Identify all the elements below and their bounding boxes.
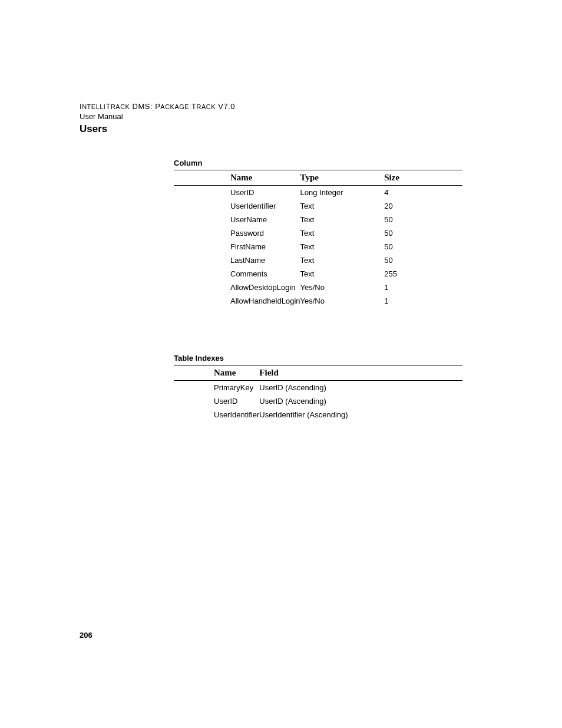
cell-name: UserID <box>174 186 300 200</box>
cell-type: Text <box>300 240 385 253</box>
cell-type: Text <box>300 199 385 213</box>
table-row: UserIdentifierText20 <box>174 199 462 213</box>
index-section-label: Table Indexes <box>174 354 482 363</box>
cell-name: UserName <box>174 213 300 226</box>
table-row: LastNameText50 <box>174 253 462 267</box>
cell-index-field: UserIdentifier (Ascending) <box>259 408 462 421</box>
column-section-label: Column <box>174 159 482 167</box>
cell-name: UserIdentifier <box>174 199 300 213</box>
cell-type: Text <box>300 213 385 226</box>
cell-type: Yes/No <box>300 294 385 308</box>
cell-type: Text <box>300 267 385 281</box>
cell-index-name: PrimaryKey <box>174 381 259 395</box>
cell-size: 1 <box>384 281 462 294</box>
cell-name: AllowHandheldLogin <box>174 294 300 308</box>
cell-index-name: UserIdentifier <box>174 408 259 421</box>
cell-name: FirstName <box>174 240 300 253</box>
cell-type: Text <box>300 253 385 267</box>
cell-index-name: UserID <box>174 394 259 408</box>
cell-name: LastName <box>174 253 300 267</box>
table-row: PrimaryKeyUserID (Ascending) <box>174 381 462 395</box>
cell-size: 50 <box>384 213 462 226</box>
table-row: UserIdentifierUserIdentifier (Ascending) <box>174 408 462 421</box>
cell-type: Long Integer <box>300 186 385 200</box>
table-row: UserIDUserID (Ascending) <box>174 394 462 408</box>
table-row: AllowHandheldLoginYes/No1 <box>174 294 462 308</box>
cell-size: 50 <box>384 253 462 267</box>
cell-name: AllowDesktopLogin <box>174 281 300 294</box>
table-row: FirstNameText50 <box>174 240 462 253</box>
table-row: AllowDesktopLoginYes/No1 <box>174 281 462 294</box>
table-row: CommentsText255 <box>174 267 462 281</box>
col-header-name: Name <box>174 170 300 186</box>
cell-name: Password <box>174 226 300 240</box>
idx-header-name: Name <box>174 365 259 381</box>
cell-size: 255 <box>384 267 462 281</box>
columns-table: Name Type Size UserIDLong Integer4UserId… <box>174 170 462 308</box>
cell-type: Text <box>300 226 385 240</box>
doc-header-line1: INTELLITRACK DMS: PACKAGE TRACK V7.0 <box>80 102 482 111</box>
cell-size: 20 <box>384 199 462 213</box>
indexes-table: Name Field PrimaryKeyUserID (Ascending)U… <box>174 365 462 421</box>
doc-header-line2: User Manual <box>80 112 482 121</box>
cell-index-field: UserID (Ascending) <box>259 381 462 395</box>
cell-size: 50 <box>384 226 462 240</box>
table-row: UserIDLong Integer4 <box>174 186 462 200</box>
table-row: UserNameText50 <box>174 213 462 226</box>
cell-size: 4 <box>384 186 462 200</box>
cell-name: Comments <box>174 267 300 281</box>
cell-size: 1 <box>384 294 462 308</box>
page-number: 206 <box>80 631 92 640</box>
cell-size: 50 <box>384 240 462 253</box>
cell-type: Yes/No <box>300 281 385 294</box>
table-row: PasswordText50 <box>174 226 462 240</box>
col-header-size: Size <box>384 170 462 186</box>
idx-header-field: Field <box>259 365 462 381</box>
cell-index-field: UserID (Ascending) <box>259 394 462 408</box>
section-title: Users <box>80 123 482 135</box>
col-header-type: Type <box>300 170 385 186</box>
